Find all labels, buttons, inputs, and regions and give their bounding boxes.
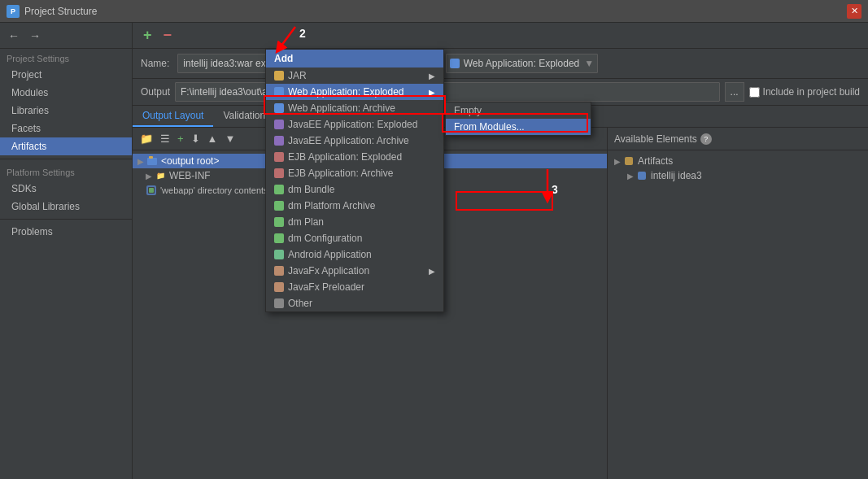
menu-item-web-archive[interactable]: Web Application: Archive	[266, 100, 443, 116]
web-exploded-icon	[274, 87, 284, 97]
add-artifact-button[interactable]: +	[139, 26, 156, 45]
menu-item-other[interactable]: Other	[266, 295, 443, 311]
menu-item-android-label: Android Application	[288, 249, 372, 260]
menu-item-dm-platform[interactable]: dm Platform Archive	[266, 198, 443, 214]
sidebar-divider-1	[0, 159, 132, 159]
sidebar-item-project[interactable]: Project	[0, 66, 132, 84]
move-down-button[interactable]: ▼	[222, 132, 238, 146]
sidebar-back-button[interactable]: ←	[5, 28, 23, 44]
sidebar-divider-2	[0, 219, 132, 220]
web-archive-icon	[274, 103, 284, 113]
name-label: Name:	[141, 58, 169, 69]
menu-item-dm-plan[interactable]: dm Plan	[266, 214, 443, 230]
tab-output-layout[interactable]: Output Layout	[133, 106, 213, 127]
jar-submenu-arrow: ▶	[429, 72, 435, 81]
output-root-icon	[146, 155, 158, 167]
menu-item-javaee-archive[interactable]: JavaEE Application: Archive	[266, 133, 443, 149]
menu-item-javafx[interactable]: JavaFx Application ▶	[266, 263, 443, 279]
menu-item-web-archive-label: Web Application: Archive	[288, 102, 395, 114]
title-bar: P Project Structure ✕	[0, 0, 868, 23]
javaee-exploded-icon	[274, 120, 284, 129]
webapp-icon	[146, 185, 157, 196]
output-label: Output	[141, 86, 170, 98]
download-button[interactable]: ⬇	[189, 132, 203, 146]
include-checkbox-label[interactable]: Include in project build	[749, 86, 860, 98]
submenu-item-empty[interactable]: Empty	[446, 102, 591, 119]
jar-icon	[274, 71, 284, 81]
intellij-label: intellij idea3	[651, 170, 702, 181]
ejb-archive-icon	[274, 168, 284, 178]
type-select[interactable]: Web Application: Exploded ▼	[446, 54, 598, 73]
available-tree: ▶ Artifacts ▶ intellij idea3	[608, 150, 868, 479]
menu-item-javafx-pre-label: JavaFx Preloader	[288, 281, 364, 293]
javafx-icon	[274, 266, 284, 276]
menu-item-ejb-exploded[interactable]: EJB Application: Exploded	[266, 149, 443, 165]
content-toolbar: + −	[133, 23, 868, 49]
sidebar-item-sdks-label: SDKs	[11, 183, 37, 194]
sidebar-item-libraries[interactable]: Libraries	[0, 102, 132, 120]
list-view-button[interactable]: ☰	[158, 132, 172, 146]
menu-item-other-label: Other	[288, 298, 312, 309]
sidebar-item-artifacts-label: Artifacts	[11, 141, 46, 152]
menu-item-ejb-archive[interactable]: EJB Application: Archive	[266, 165, 443, 181]
javafx-submenu-arrow: ▶	[429, 267, 435, 276]
available-elements-header: Available Elements ?	[608, 128, 868, 150]
artifacts-expand-icon: ▶	[614, 157, 621, 166]
sidebar-item-artifacts[interactable]: Artifacts	[0, 137, 132, 155]
dm-config-icon	[274, 233, 284, 243]
available-item-intellij[interactable]: ▶ intellij idea3	[608, 168, 868, 183]
menu-item-dm-bundle-label: dm Bundle	[288, 184, 334, 195]
type-value: Web Application: Exploded	[464, 58, 580, 69]
javaee-archive-icon	[274, 136, 284, 146]
ejb-exploded-icon	[274, 152, 284, 162]
sidebar-item-facets-label: Facets	[11, 123, 41, 134]
available-elements-label: Available Elements	[614, 133, 697, 145]
menu-item-javaee-exploded-label: JavaEE Application: Exploded	[288, 119, 417, 130]
expand-icon: ▶	[137, 157, 144, 166]
sidebar-item-project-label: Project	[11, 69, 41, 81]
sidebar-item-sdks[interactable]: SDKs	[0, 180, 132, 198]
remove-artifact-button[interactable]: −	[159, 26, 177, 45]
move-up-button[interactable]: ▲	[205, 132, 220, 146]
close-button[interactable]: ✕	[847, 4, 861, 19]
sidebar-item-problems[interactable]: Problems	[0, 223, 132, 241]
available-item-artifacts[interactable]: ▶ Artifacts	[608, 154, 868, 168]
menu-item-javaee-archive-label: JavaEE Application: Archive	[288, 135, 409, 146]
menu-item-javafx-label: JavaFx Application	[288, 265, 369, 277]
sidebar-item-global-libraries[interactable]: Global Libraries	[0, 198, 132, 216]
submenu-web-exploded: Empty From Modules...	[445, 102, 591, 136]
dm-bundle-icon	[274, 185, 284, 194]
help-icon[interactable]: ?	[700, 133, 712, 145]
sidebar-forward-button[interactable]: →	[26, 28, 44, 44]
svg-rect-1	[149, 156, 153, 159]
menu-item-dm-config[interactable]: dm Configuration	[266, 230, 443, 246]
name-type-row: Name: Type: Web Application: Exploded ▼	[133, 49, 868, 79]
layout-area: 📁 ☰ + ⬇ ▲ ▼ ▶ <output root>	[133, 128, 868, 479]
sidebar-item-global-libraries-label: Global Libraries	[11, 201, 80, 212]
menu-item-jar[interactable]: JAR ▶	[266, 67, 443, 84]
menu-item-web-exploded-label: Web Application: Exploded	[288, 86, 404, 98]
sidebar-item-modules-label: Modules	[11, 87, 48, 98]
menu-item-javaee-exploded[interactable]: JavaEE Application: Exploded	[266, 116, 443, 133]
menu-item-dm-bundle[interactable]: dm Bundle	[266, 181, 443, 198]
sidebar-item-facets[interactable]: Facets	[0, 120, 132, 137]
menu-item-android[interactable]: Android Application	[266, 246, 443, 263]
menu-item-javafx-pre[interactable]: JavaFx Preloader	[266, 279, 443, 295]
sidebar-item-modules[interactable]: Modules	[0, 84, 132, 102]
main-container: ← → Project Settings Project Modules Lib…	[0, 23, 868, 479]
output-path-input[interactable]	[175, 82, 720, 102]
app-icon: P	[7, 5, 20, 18]
menu-item-dm-config-label: dm Configuration	[288, 233, 362, 244]
add-element-button[interactable]: +	[175, 132, 186, 146]
project-settings-label: Project Settings	[0, 49, 132, 66]
submenu-item-from-modules[interactable]: From Modules...	[446, 119, 591, 135]
svg-rect-0	[147, 158, 157, 165]
dm-platform-icon	[274, 201, 284, 211]
web-inf-folder-icon: 📁	[155, 170, 166, 181]
web-exploded-submenu-arrow: ▶	[429, 88, 435, 97]
menu-item-web-exploded[interactable]: Web Application: Exploded ▶ Empty From M…	[266, 84, 443, 100]
folder-view-button[interactable]: 📁	[137, 132, 155, 146]
browse-button[interactable]: ...	[725, 82, 744, 102]
type-dropdown-arrow: ▼	[584, 58, 594, 69]
include-checkbox[interactable]	[749, 87, 760, 98]
